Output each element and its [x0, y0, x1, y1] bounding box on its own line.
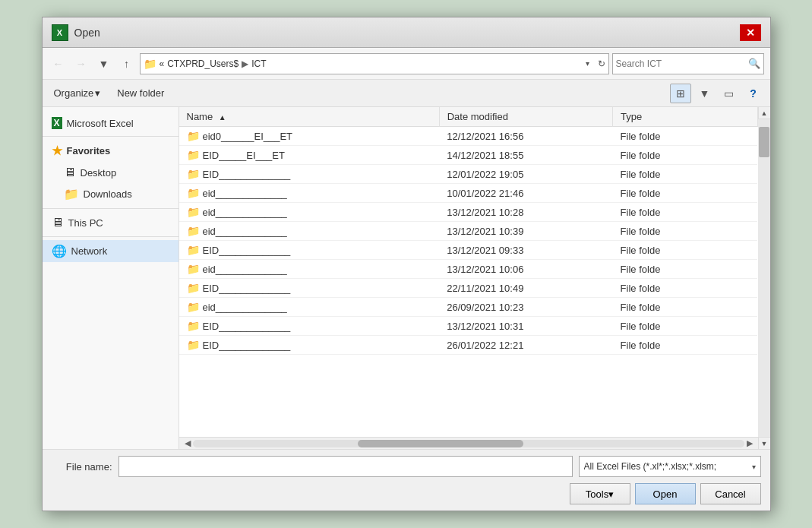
file-type-select[interactable]: All Excel Files (*.xl*;*.xlsx;*.xlsm; ▾	[579, 456, 761, 477]
scroll-left-button[interactable]: ◀	[182, 438, 193, 448]
new-folder-button[interactable]: New folder	[112, 85, 169, 101]
back-button[interactable]: ←	[49, 54, 68, 74]
file-name-row: File name: All Excel Files (*.xl*;*.xlsx…	[52, 456, 761, 477]
table-row[interactable]: 📁 eid_____________ 26/09/2021 10:23 File…	[179, 298, 758, 317]
file-date-cell: 12/12/2021 16:56	[439, 127, 612, 146]
file-type-cell: File folde	[613, 222, 757, 241]
thispc-icon: 🖥	[52, 216, 64, 229]
table-row[interactable]: 📁 eid_____________ 10/01/2022 21:46 File…	[179, 184, 758, 203]
tools-button[interactable]: Tools ▾	[570, 483, 630, 504]
table-row[interactable]: 📁 EID_____________ 26/01/2022 12:21 File…	[179, 336, 758, 355]
file-name-cell: 📁 EID_____________	[179, 317, 440, 336]
table-row[interactable]: 📁 EID_____________ 13/12/2021 09:33 File…	[179, 241, 758, 260]
address-dropdown-arrow[interactable]: ▾	[581, 59, 595, 68]
vscroll-track[interactable]	[758, 119, 770, 437]
table-row[interactable]: 📁 eid_____________ 13/12/2021 10:28 File…	[179, 203, 758, 222]
folder-icon: 📁	[187, 149, 200, 161]
file-name-text: EID_____________	[203, 340, 291, 351]
up-button[interactable]: ↑	[117, 54, 137, 74]
file-type-cell: File folde	[613, 260, 757, 279]
sidebar-network-label: Network	[71, 245, 108, 257]
hscroll-track[interactable]	[193, 440, 744, 447]
horizontal-scrollbar[interactable]: ◀ ▶	[179, 437, 758, 449]
file-date-cell: 26/09/2021 10:23	[439, 298, 612, 317]
file-name-input[interactable]	[118, 456, 573, 477]
file-date-cell: 13/12/2021 09:33	[439, 241, 612, 260]
favorites-star-icon: ★	[52, 144, 62, 158]
sidebar: X Microsoft Excel ★ Favorites 🖥 Desktop …	[43, 107, 179, 449]
sort-arrow-name: ▲	[219, 113, 226, 122]
sidebar-divider-1	[43, 136, 179, 137]
close-button[interactable]: ✕	[740, 24, 761, 41]
table-header-row: Name ▲ Date modified Type	[179, 107, 758, 127]
scroll-down-button[interactable]: ▼	[758, 437, 770, 449]
table-row[interactable]: 📁 eid_____________ 13/12/2021 10:39 File…	[179, 222, 758, 241]
details-view-button[interactable]: ⊞	[670, 84, 691, 103]
table-row[interactable]: 📁 eid_____________ 13/12/2021 10:06 File…	[179, 260, 758, 279]
table-row[interactable]: 📁 EID_____________ 12/01/2022 19:05 File…	[179, 165, 758, 184]
folder-icon: 📁	[187, 339, 200, 351]
file-name-cell: 📁 EID_____EI___ET	[179, 146, 440, 165]
table-row[interactable]: 📁 EID_____________ 13/12/2021 10:31 File…	[179, 317, 758, 336]
downloads-icon: 📁	[64, 187, 79, 201]
file-type-cell: File folde	[613, 146, 757, 165]
search-icon[interactable]: 🔍	[748, 58, 760, 69]
open-button[interactable]: Open	[635, 483, 696, 504]
organize-button[interactable]: Organize ▾	[49, 85, 106, 101]
file-type-cell: File folde	[613, 298, 757, 317]
column-header-date[interactable]: Date modified	[439, 107, 612, 127]
cancel-button[interactable]: Cancel	[700, 483, 761, 504]
view-controls: ⊞ ▼ ▭ ?	[670, 84, 764, 103]
file-rows: 📁 eid0______EI___ET 12/12/2021 16:56 Fil…	[179, 127, 758, 355]
sidebar-favorites-header[interactable]: ★ Favorites	[43, 140, 179, 162]
main-content: X Microsoft Excel ★ Favorites 🖥 Desktop …	[43, 107, 770, 449]
file-name-text: EID_____EI___ET	[203, 150, 285, 161]
excel-sidebar-icon: X	[52, 117, 62, 129]
file-name-cell: 📁 eid_____________	[179, 260, 440, 279]
forward-button[interactable]: →	[71, 54, 91, 74]
file-name-cell: 📁 EID_____________	[179, 336, 440, 355]
favorites-label: Favorites	[67, 145, 111, 157]
file-name-text: EID_____________	[203, 245, 291, 256]
file-name-text: eid0______EI___ET	[203, 131, 293, 142]
search-input[interactable]	[616, 58, 745, 69]
sidebar-item-thispc[interactable]: 🖥 This PC	[43, 212, 179, 233]
address-refresh-button[interactable]: ↻	[598, 58, 605, 69]
vscroll-thumb[interactable]	[759, 127, 769, 157]
file-name-cell: 📁 eid0______EI___ET	[179, 127, 440, 146]
file-name-cell: 📁 eid_____________	[179, 222, 440, 241]
address-bar[interactable]: 📁 « CTXPRD_Users$ ▶ ICT ▾ ↻	[140, 53, 609, 74]
column-header-name[interactable]: Name ▲	[179, 107, 440, 127]
sidebar-divider-2	[43, 208, 179, 209]
dropdown-button[interactable]: ▼	[94, 54, 114, 74]
view-dropdown-button[interactable]: ▼	[694, 84, 716, 103]
sidebar-item-network[interactable]: 🌐 Network	[43, 240, 179, 262]
scroll-right-button[interactable]: ▶	[744, 438, 755, 448]
table-row[interactable]: 📁 EID_____EI___ET 14/12/2021 18:55 File …	[179, 146, 758, 165]
organize-label: Organize	[54, 87, 94, 99]
desktop-icon: 🖥	[64, 166, 76, 179]
preview-button[interactable]: ▭	[719, 84, 740, 103]
file-table: Name ▲ Date modified Type	[179, 107, 758, 355]
hscroll-thumb[interactable]	[358, 440, 523, 447]
sidebar-item-excel[interactable]: X Microsoft Excel	[43, 113, 179, 133]
file-date-cell: 13/12/2021 10:39	[439, 222, 612, 241]
file-name-text: EID_____________	[203, 283, 291, 294]
table-row[interactable]: 📁 EID_____________ 22/11/2021 10:49 File…	[179, 279, 758, 298]
file-date-cell: 10/01/2022 21:46	[439, 184, 612, 203]
network-icon: 🌐	[52, 244, 67, 258]
file-name-text: eid_____________	[203, 264, 287, 275]
file-type-cell: File folde	[613, 127, 757, 146]
sidebar-item-downloads[interactable]: 📁 Downloads	[43, 183, 179, 205]
sidebar-divider-3	[43, 236, 179, 237]
scroll-up-button[interactable]: ▲	[758, 107, 770, 119]
folder-icon: 📁	[187, 244, 200, 256]
sidebar-item-desktop[interactable]: 🖥 Desktop	[43, 162, 179, 183]
column-header-type[interactable]: Type	[613, 107, 757, 127]
help-button[interactable]: ?	[743, 84, 764, 103]
file-table-container[interactable]: Name ▲ Date modified Type	[179, 107, 758, 437]
dialog-title: Open	[74, 27, 100, 39]
table-row[interactable]: 📁 eid0______EI___ET 12/12/2021 16:56 Fil…	[179, 127, 758, 146]
action-buttons-row: Tools ▾ Open Cancel	[52, 483, 761, 504]
file-type-cell: File folde	[613, 165, 757, 184]
